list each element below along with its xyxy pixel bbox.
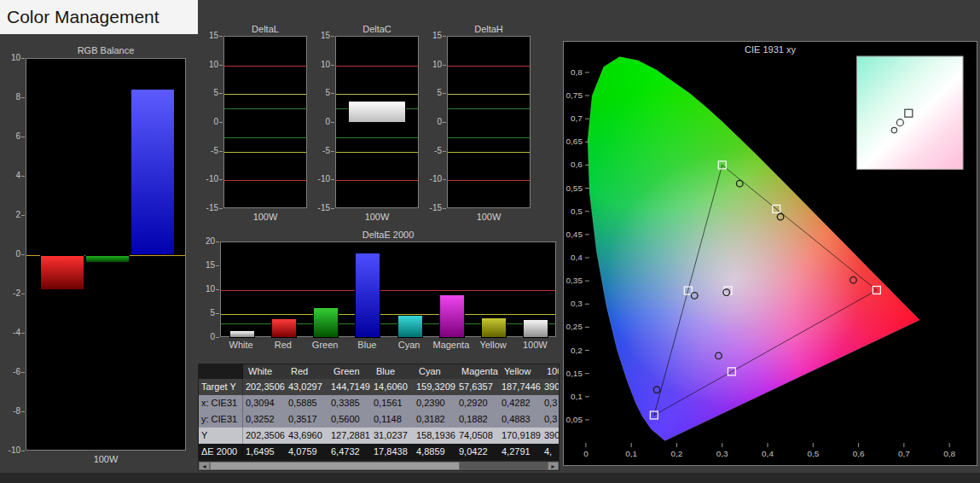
delta-y-tick-dash — [331, 122, 334, 123]
table-cell[interactable]: 0,3 — [542, 411, 560, 428]
delta-y-tick-dash — [219, 65, 223, 66]
rgb-balance-title: RGB Balance — [26, 45, 186, 55]
table-cell[interactable]: 4,0759 — [286, 444, 328, 460]
deltac-title: DeltaC — [335, 24, 419, 34]
reference-line-5 — [448, 94, 530, 95]
table-cell[interactable]: 0,4883 — [499, 411, 542, 428]
deltah-title: DeltaH — [447, 24, 531, 34]
table-horizontal-scrollbar[interactable]: ◄ ► — [198, 461, 560, 471]
delta-y-tick-label: -10 — [198, 174, 218, 183]
table-cell[interactable]: 0,5600 — [328, 411, 371, 428]
table-cell[interactable]: 6,4732 — [328, 444, 371, 460]
table-cell[interactable]: 43,6960 — [286, 428, 328, 444]
table-cell[interactable]: 0,3 — [542, 395, 560, 411]
delta-y-tick-dash — [331, 179, 334, 180]
table-cell[interactable]: 0,2920 — [456, 395, 499, 411]
delta-y-tick-dash — [443, 36, 446, 37]
deltae-x-label-blue: Blue — [346, 340, 388, 350]
column-header: Blue — [371, 364, 414, 379]
bottom-edge-strip — [0, 473, 980, 483]
reference-line--2.5 — [448, 137, 530, 138]
rgb-y-tick-label: -4 — [0, 328, 20, 337]
scroll-left-arrow-icon[interactable]: ◄ — [199, 462, 210, 470]
cie-x-tick-label: 0,4 — [762, 449, 774, 458]
cie-diagram-panel: CIE 1931 xy — [563, 41, 977, 466]
delta-y-tick-label: 0 — [310, 117, 330, 126]
rgb-y-tick-dash — [21, 294, 25, 294]
table-cell[interactable]: 74,0508 — [456, 428, 499, 444]
scrollbar-track[interactable] — [210, 462, 548, 470]
table-cell[interactable]: 0,5885 — [286, 395, 328, 411]
rgb-y-tick-label: -8 — [0, 406, 20, 416]
table-cell[interactable]: 1,6495 — [243, 444, 286, 460]
delta-y-tick-label: -15 — [198, 203, 218, 212]
table-cell[interactable]: 4,2791 — [499, 444, 542, 460]
scrollbar-thumb[interactable] — [210, 462, 460, 470]
table-cell[interactable]: 158,1936 — [414, 428, 456, 444]
table-cell[interactable]: 4,8859 — [414, 444, 456, 460]
table-row[interactable]: x: CIE310,30940,58850,33850,15610,23900,… — [199, 395, 560, 411]
table-cell[interactable]: 57,6357 — [456, 379, 499, 395]
table-cell[interactable]: 0,3385 — [328, 395, 371, 411]
rgb-bar-blue — [130, 89, 175, 256]
table-cell[interactable]: 202,3506 — [243, 379, 286, 395]
delta-y-tick-label: 5 — [310, 88, 330, 97]
table-cell[interactable]: 0,3517 — [286, 411, 328, 428]
cie-y-tick-label: 0,1 — [571, 392, 583, 401]
table-cell[interactable]: 14,6060 — [371, 379, 414, 395]
column-header: Yellow — [499, 364, 542, 379]
delta-y-tick-dash — [219, 36, 223, 37]
deltae-bar-magenta — [439, 294, 465, 338]
delta-y-tick-dash — [331, 36, 334, 37]
rgb-balance-plot — [26, 58, 186, 451]
reference-line--5 — [224, 152, 306, 153]
table-cell[interactable]: 0,1882 — [456, 411, 499, 428]
table-cell[interactable]: 187,7446 — [499, 379, 542, 395]
table-cell[interactable]: 170,9189 — [499, 428, 542, 444]
rgb-y-tick-dash — [21, 372, 25, 373]
deltal-title: DeltaL — [223, 24, 307, 34]
cie-y-tick-label: 0,65 — [566, 137, 583, 146]
table-cell[interactable]: 0,3182 — [414, 411, 456, 428]
row-label: Target Y — [199, 379, 243, 395]
cie-x-tick-label: 0 — [583, 449, 589, 458]
table-cell[interactable]: 390 — [542, 379, 560, 395]
table-row[interactable]: Target Y202,350643,0297144,714914,606015… — [199, 379, 560, 395]
reference-line--10 — [224, 180, 306, 181]
reference-line-10 — [221, 290, 555, 291]
cie-x-tick-label: 0,3 — [716, 449, 728, 458]
rgb-y-tick-dash — [21, 333, 25, 334]
rgb-y-tick-label: 8 — [0, 92, 20, 102]
table-cell[interactable]: 0,2390 — [414, 395, 456, 411]
reference-line--5 — [448, 152, 530, 153]
table-cell[interactable]: 0,1561 — [371, 395, 414, 411]
table-cell[interactable]: 0,3252 — [243, 411, 286, 428]
table-cell[interactable]: 202,3506 — [243, 428, 286, 444]
table-row[interactable]: y: CIE310,32520,35170,56000,11480,31820,… — [199, 411, 560, 428]
table-cell[interactable]: 127,2881 — [328, 428, 371, 444]
table-cell[interactable]: 43,0297 — [286, 379, 328, 395]
table-row[interactable]: Y202,350643,6960127,288131,0237158,19367… — [199, 428, 560, 444]
deltae-y-tick-label: 15 — [194, 260, 215, 270]
table-cell[interactable]: 31,0237 — [371, 428, 414, 444]
table-cell[interactable]: 0,1148 — [371, 411, 414, 428]
column-header: Green — [328, 364, 371, 379]
table-cell[interactable]: 159,3209 — [414, 379, 456, 395]
rgb-y-tick-dash — [21, 97, 25, 98]
scroll-right-arrow-icon[interactable]: ► — [548, 462, 559, 470]
deltae-x-label-green: Green — [304, 340, 346, 350]
cie-x-tick-label: 0,6 — [853, 449, 865, 458]
table-cell[interactable]: 17,8438 — [371, 444, 414, 460]
table-cell[interactable]: 0,3094 — [243, 395, 286, 411]
table-cell[interactable]: 9,0422 — [456, 444, 499, 460]
deltae-x-label-100w: 100W — [514, 340, 556, 350]
table-cell[interactable]: 144,7149 — [328, 379, 371, 395]
table-cell[interactable]: 0,4282 — [499, 395, 542, 411]
table-row[interactable]: ΔE 20001,64954,07596,473217,84384,88599,… — [199, 444, 560, 460]
table-cell[interactable]: 390 — [542, 428, 560, 444]
cie-y-tick-label: 0,5 — [571, 207, 583, 216]
reference-line-5 — [221, 314, 555, 315]
table-cell[interactable]: 4, — [542, 444, 560, 460]
cie-y-tick-label: 0,35 — [566, 276, 583, 285]
reference-line-5 — [224, 94, 306, 95]
